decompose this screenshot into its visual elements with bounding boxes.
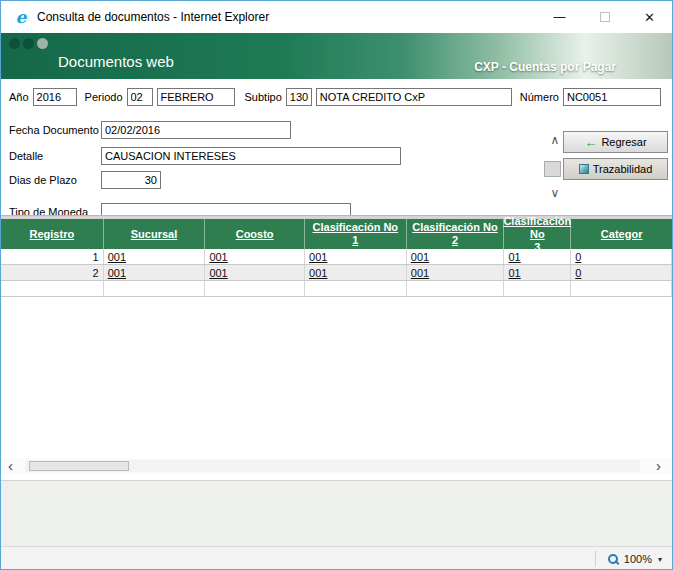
trazabilidad-icon: [579, 164, 589, 174]
scroll-up-icon[interactable]: ∧: [547, 133, 563, 147]
fecha-documento-input[interactable]: [101, 121, 291, 139]
tipo-moneda-row: Tipo de Moneda: [9, 203, 351, 215]
tipo-moneda-label: Tipo de Moneda: [9, 206, 101, 215]
maximize-icon: [600, 12, 610, 22]
back-arrow-icon: ←: [584, 136, 597, 149]
coosto-link[interactable]: 001: [209, 267, 227, 279]
categoria-link[interactable]: 0: [575, 267, 581, 279]
column-header-registro[interactable]: Registro: [1, 219, 104, 249]
subtipo-label: Subtipo: [245, 91, 282, 103]
horizontal-scrollbar[interactable]: ‹ ›: [1, 458, 672, 474]
ano-label: Año: [9, 91, 29, 103]
internet-explorer-icon: e: [12, 8, 30, 26]
periodo-name-input[interactable]: [157, 88, 235, 106]
registro-cell: 1: [1, 249, 104, 264]
document-key-row: Año Periodo Subtipo Número: [1, 79, 672, 115]
detalle-input[interactable]: [101, 147, 401, 165]
scroll-left-icon[interactable]: ‹: [8, 458, 13, 473]
banner-dot-icon: [9, 38, 20, 49]
zoom-caret-icon: ▾: [658, 555, 662, 564]
grid-empty-area: [1, 297, 672, 458]
zoom-control[interactable]: 100% ▾: [595, 547, 662, 570]
detalle-label: Detalle: [9, 150, 101, 162]
banner-dot-icon: [37, 38, 48, 49]
ano-input[interactable]: [33, 88, 77, 106]
window-title: Consulta de documentos - Internet Explor…: [37, 10, 537, 24]
page-title: Documentos web: [58, 53, 174, 70]
tipo-moneda-input[interactable]: [101, 203, 351, 215]
scroll-down-icon[interactable]: ∨: [547, 186, 563, 200]
fecha-documento-label: Fecha Documento: [9, 124, 101, 136]
banner-dot-icon: [23, 38, 34, 49]
minimize-button[interactable]: —: [537, 1, 582, 33]
clasificacion-3-link[interactable]: 01: [508, 267, 520, 279]
clasificacion-2-link[interactable]: 001: [411, 251, 429, 263]
browser-window: e Consulta de documentos - Internet Expl…: [0, 0, 673, 570]
dias-plazo-row: Dias de Plazo: [9, 171, 161, 189]
sucursal-link[interactable]: 001: [108, 267, 126, 279]
app-banner: Documentos web CXP - Cuentas por Pagar: [1, 33, 672, 79]
categoria-link[interactable]: 0: [575, 251, 581, 263]
subtipo-code-input[interactable]: [286, 88, 312, 106]
clasificacion-1-link[interactable]: 001: [309, 251, 327, 263]
table-row: 1 001 001 001 001 01 0: [1, 249, 672, 265]
statusbar-separator: [595, 551, 596, 567]
zoom-level: 100%: [624, 553, 652, 565]
horizontal-scroll-thumb[interactable]: [29, 461, 129, 471]
column-header-clasificacion-2[interactable]: Clasificación No 2: [407, 219, 505, 249]
regresar-button[interactable]: ← Regresar: [563, 131, 668, 153]
detalle-row: Detalle: [9, 147, 401, 165]
subtipo-name-input[interactable]: [316, 88, 512, 106]
registro-cell: 2: [1, 265, 104, 280]
periodo-label: Periodo: [85, 91, 123, 103]
numero-input[interactable]: [563, 88, 661, 106]
module-title: CXP - Cuentas por Pagar: [474, 60, 616, 74]
dias-plazo-input[interactable]: [101, 171, 161, 189]
fecha-documento-row: Fecha Documento: [9, 121, 291, 139]
numero-label: Número: [520, 91, 559, 103]
vertical-scroll-thumb[interactable]: [544, 161, 561, 177]
clasificacion-1-link[interactable]: 001: [309, 267, 327, 279]
dias-plazo-label: Dias de Plazo: [9, 174, 101, 186]
trazabilidad-button[interactable]: Trazabilidad: [563, 158, 668, 180]
grid-header-row: Registro Sucursal Coosto Clasificación N…: [1, 219, 672, 249]
column-header-coosto[interactable]: Coosto: [205, 219, 305, 249]
status-bar: 100% ▾: [1, 546, 672, 570]
bottom-panel: [1, 480, 672, 546]
clasificacion-2-link[interactable]: 001: [411, 267, 429, 279]
periodo-code-input[interactable]: [127, 88, 153, 106]
trazabilidad-button-label: Trazabilidad: [593, 163, 653, 175]
column-header-clasificacion-1[interactable]: Clasificación No 1: [305, 219, 407, 249]
clasificacion-3-link[interactable]: 01: [508, 251, 520, 263]
column-header-categoria[interactable]: Categor: [571, 219, 672, 249]
table-row: 2 001 001 001 001 01 0: [1, 265, 672, 281]
table-row-empty: [1, 281, 672, 297]
column-header-clasificacion-3[interactable]: Clasificación No 3: [504, 219, 571, 249]
titlebar: e Consulta de documentos - Internet Expl…: [1, 1, 672, 33]
scroll-right-icon[interactable]: ›: [656, 458, 661, 473]
zoom-magnifier-icon: [608, 554, 618, 564]
close-button[interactable]: ✕: [627, 1, 672, 33]
sucursal-link[interactable]: 001: [108, 251, 126, 263]
coosto-link[interactable]: 001: [209, 251, 227, 263]
maximize-button[interactable]: [582, 1, 627, 33]
column-header-sucursal[interactable]: Sucursal: [104, 219, 206, 249]
banner-dots-icon: [9, 38, 48, 49]
regresar-button-label: Regresar: [601, 136, 646, 148]
